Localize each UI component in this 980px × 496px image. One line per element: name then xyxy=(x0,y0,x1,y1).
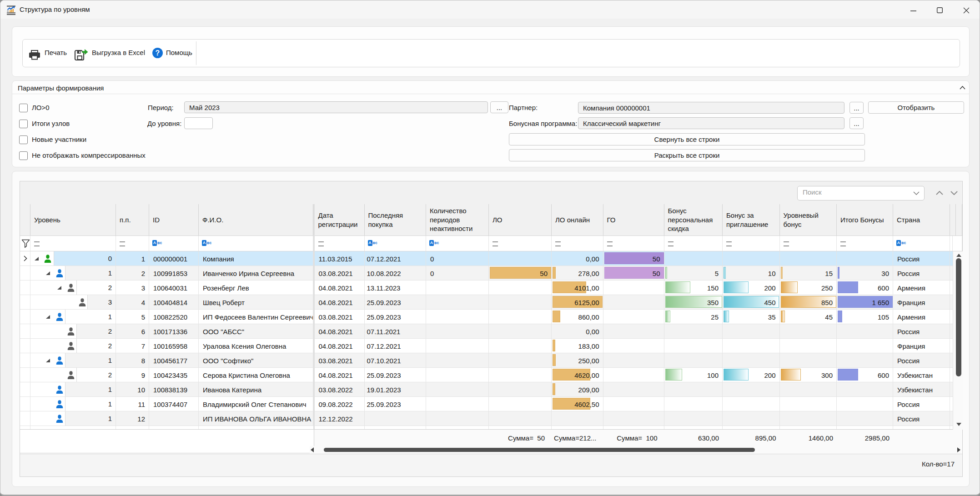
svg-text:?: ? xyxy=(156,49,160,57)
